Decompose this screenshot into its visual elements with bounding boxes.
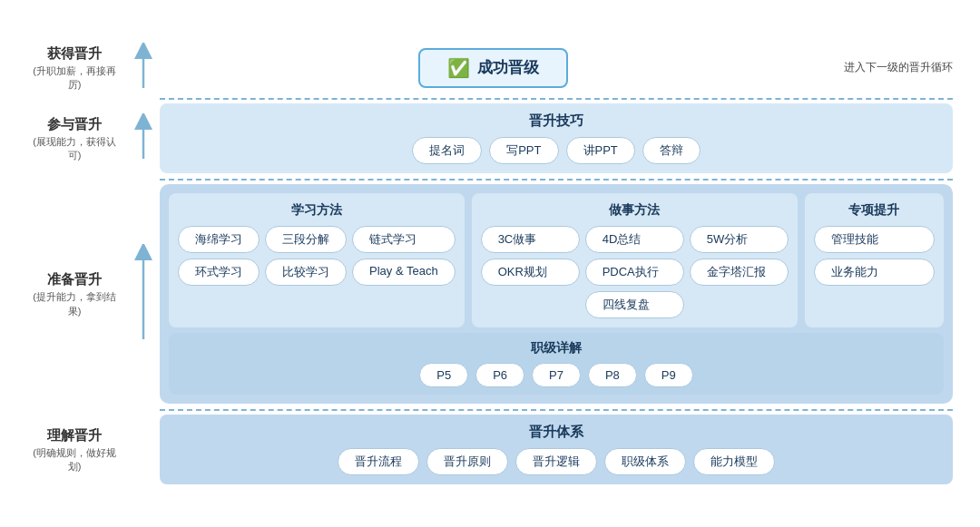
pill-5w[interactable]: 5W分析 [690,226,789,253]
special-pills: 管理技能 业务能力 [814,226,935,286]
promotion-skills-box: 晋升技巧 提名词 写PPT 讲PPT 答辩 [160,103,953,173]
promotion-system-content: 晋升体系 晋升流程 晋升原则 晋升逻辑 职级体系 能力模型 [160,415,953,484]
pill-levels[interactable]: 职级体系 [604,448,686,475]
level-pills: P5 P6 P7 P8 P9 [178,363,935,387]
work-methods-title: 做事方法 [481,202,789,219]
up-arrow-2 [132,113,154,163]
arrow-col-2 [127,103,160,173]
pill-threestage[interactable]: 三段分解 [265,226,347,253]
pill-p7[interactable]: P7 [532,363,581,387]
pill-4d[interactable]: 4D总结 [585,226,684,253]
pill-compare[interactable]: 比较学习 [265,259,347,286]
prep-top-row: 学习方法 海绵学习 三段分解 链式学习 环式学习 比较学习 Play & Tea… [169,193,944,327]
pill-fourline[interactable]: 四线复盘 [585,291,684,318]
pill-process[interactable]: 晋升流程 [338,448,419,475]
pill-dabian[interactable]: 答辩 [642,137,701,164]
check-icon: ✅ [447,57,470,79]
label-prep-promotion: 准备晋升 (提升能力，拿到结果) [27,184,127,404]
pill-p8[interactable]: P8 [588,363,637,387]
up-arrow-3 [132,244,154,344]
pill-jiangppt[interactable]: 讲PPT [566,137,635,164]
pill-chain[interactable]: 链式学习 [352,226,456,253]
top-row: 获得晋升 (升职加薪，再接再厉) ✅ 成功晋级 进入下一级的 [27,43,953,93]
label-join-promotion: 参与晋升 (展现能力，获得认可) [27,103,127,173]
pill-principles[interactable]: 晋升原则 [426,448,508,475]
pill-capability[interactable]: 能力模型 [693,448,775,475]
success-area: ✅ 成功晋级 进入下一级的晋升循环 [160,48,953,88]
success-text: 成功晋级 [477,57,539,78]
row-understand-promotion: 理解晋升 (明确规则，做好规划) 晋升体系 晋升流程 晋升原则 晋升逻辑 职级体… [27,415,953,484]
level-detail-section: 职级详解 P5 P6 P7 P8 P9 [169,333,944,395]
learning-methods-title: 学习方法 [178,202,456,219]
learning-pills-row1: 海绵学习 三段分解 链式学习 环式学习 比较学习 Play & Teach [178,226,456,286]
success-box: ✅ 成功晋级 [418,48,568,88]
main-container: 获得晋升 (升职加薪，再接再厉) ✅ 成功晋级 进入下一级的 [18,26,962,501]
promotion-skills-pills: 提名词 写PPT 讲PPT 答辩 [171,137,942,164]
promotion-skills-title: 晋升技巧 [171,112,942,130]
get-promotion-subtitle: (升职加薪，再接再厉) [27,64,122,93]
pill-xieppt[interactable]: 写PPT [489,137,558,164]
pill-timingci[interactable]: 提名词 [412,137,482,164]
label-understand-promotion: 理解晋升 (明确规则，做好规划) [27,415,127,484]
pill-okr[interactable]: OKR规划 [481,259,580,286]
up-arrow-1 [132,43,154,93]
understand-promotion-subtitle: (明确规则，做好规划) [27,446,122,474]
pill-management[interactable]: 管理技能 [814,226,935,253]
work-pills-row1: 3C做事 4D总结 5W分析 OKR规划 PDCA执行 金字塔汇报 [481,226,789,286]
pill-3c[interactable]: 3C做事 [481,226,580,253]
understand-promotion-title: 理解晋升 [47,425,102,444]
learning-methods-panel: 学习方法 海绵学习 三段分解 链式学习 环式学习 比较学习 Play & Tea… [169,193,465,327]
get-promotion-title: 获得晋升 [47,44,102,63]
work-methods-panel: 做事方法 3C做事 4D总结 5W分析 OKR规划 PDCA执行 金字塔汇报 四… [472,193,798,327]
row-prep-promotion: 准备晋升 (提升能力，拿到结果) 学习方法 [27,184,953,404]
pill-p6[interactable]: P6 [475,363,524,387]
arrow-col-3 [127,184,160,404]
next-cycle-text: 进入下一级的晋升循环 [826,60,953,75]
prep-content: 学习方法 海绵学习 三段分解 链式学习 环式学习 比较学习 Play & Tea… [160,184,953,404]
arrow-col-1 [127,43,160,93]
pill-logic[interactable]: 晋升逻辑 [515,448,597,475]
prep-outer-box: 学习方法 海绵学习 三段分解 链式学习 环式学习 比较学习 Play & Tea… [160,184,953,404]
dashed-divider-1 [160,98,953,100]
special-panel: 专项提升 管理技能 业务能力 [805,193,944,327]
dashed-divider-2 [160,179,953,181]
pill-pyramid[interactable]: 金字塔汇报 [690,259,789,286]
pill-ring[interactable]: 环式学习 [178,259,260,286]
arrow-col-4 [127,415,160,484]
pill-sponge[interactable]: 海绵学习 [178,226,260,253]
level-detail-title: 职级详解 [178,340,935,356]
success-box-wrapper: ✅ 成功晋级 [160,48,826,88]
pill-pdca[interactable]: PDCA执行 [585,259,684,286]
row-join-promotion: 参与晋升 (展现能力，获得认可) 晋升技巧 提名词 写PPT 讲PPT [27,103,953,173]
pill-playteach[interactable]: Play & Teach [352,259,456,286]
pill-p5[interactable]: P5 [419,363,468,387]
join-promotion-title: 参与晋升 [47,114,102,133]
promotion-system-pills: 晋升流程 晋升原则 晋升逻辑 职级体系 能力模型 [171,448,942,475]
prep-promotion-subtitle: (提升能力，拿到结果) [27,290,122,318]
promotion-system-panel: 晋升体系 晋升流程 晋升原则 晋升逻辑 职级体系 能力模型 [160,415,953,484]
label-get-promotion: 获得晋升 (升职加薪，再接再厉) [27,44,127,93]
promotion-system-title: 晋升体系 [171,424,942,441]
join-promotion-subtitle: (展现能力，获得认可) [27,135,122,163]
pill-p9[interactable]: P9 [644,363,693,387]
promotion-skills-panel: 晋升技巧 提名词 写PPT 讲PPT 答辩 [160,103,953,173]
work-pills-row2: 四线复盘 [481,291,789,318]
special-title: 专项提升 [814,202,935,219]
prep-promotion-title: 准备晋升 [47,269,102,288]
pill-business[interactable]: 业务能力 [814,259,935,286]
dashed-divider-3 [160,409,953,411]
level-detail-box: 职级详解 P5 P6 P7 P8 P9 [169,333,944,395]
